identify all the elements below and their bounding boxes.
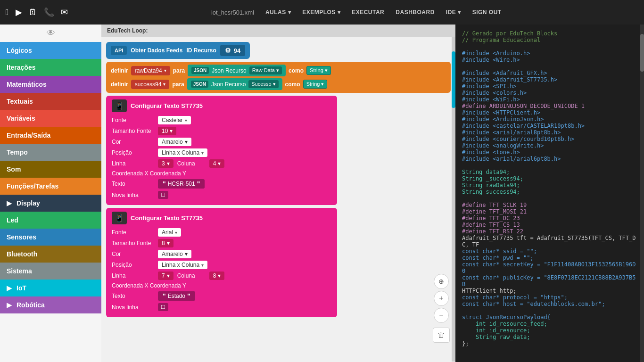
- block-container: API Obter Dados Feeds ID Recurso ⚙ 94 de…: [101, 37, 455, 325]
- config-cor-row-2: Cor Amarelo ▾: [112, 250, 331, 258]
- sidebar-item-funestarefas[interactable]: Funções/Tarefas: [0, 178, 101, 195]
- sidebar-item-matemticos[interactable]: Matemáticos: [0, 76, 101, 93]
- linha-value-1: 3: [162, 160, 165, 167]
- trash-button[interactable]: 🗑: [433, 328, 450, 343]
- whatsapp-icon[interactable]: 📞: [44, 7, 54, 17]
- json-block-2: JSON Json Recurso Sucesso ▾: [187, 78, 282, 90]
- define-dropdown-2[interactable]: ▾: [163, 82, 165, 87]
- config-posicao-row-1: Posição Linha x Coluna ▾: [112, 148, 331, 157]
- posicao-label-2: Posição: [112, 262, 154, 268]
- blockly-header-label: EduTech Loop:: [107, 27, 148, 34]
- define-dropdown-1[interactable]: ▾: [164, 68, 166, 73]
- blockly-scrollbar-thumb[interactable]: [452, 51, 455, 108]
- cor-select-2[interactable]: Amarelo ▾: [158, 250, 191, 258]
- sidebar-item-sistema[interactable]: Sistema: [0, 263, 101, 280]
- cor-label-2: Cor: [112, 251, 154, 257]
- define-var-name-2: success94: [135, 81, 162, 88]
- email-icon[interactable]: ✉: [61, 7, 68, 17]
- sidebar-item-led[interactable]: Led: [0, 212, 101, 229]
- zoom-in-button[interactable]: +: [434, 291, 449, 306]
- open-quote-2: ": [163, 292, 166, 300]
- define-var-1[interactable]: rawData94 ▾: [131, 66, 170, 75]
- fonte-select-2[interactable]: Arial ▾: [158, 228, 181, 237]
- nav-center: iot_hcsr501.xml AULAS EXEMPLOS EXECUTAR …: [74, 9, 638, 16]
- sidebar-item-tempo[interactable]: Tempo: [0, 144, 101, 161]
- posicao-label-1: Posição: [112, 149, 154, 156]
- linha-value-2: 7: [162, 272, 165, 279]
- linha-dd-1: ▾: [167, 160, 170, 167]
- coluna-label-2: Coluna: [177, 272, 206, 279]
- open-quote-1: ": [163, 180, 166, 188]
- linha-select-2[interactable]: 7 ▾: [158, 272, 173, 280]
- linha-select-1[interactable]: 3 ▾: [158, 159, 173, 168]
- nav-signout[interactable]: SIGN OUT: [472, 9, 502, 16]
- string-select-2[interactable]: String ▾: [303, 80, 328, 89]
- sidebar-item-display[interactable]: ▶Display: [0, 195, 101, 212]
- coluna-select-1[interactable]: 4 ▾: [209, 159, 225, 168]
- sidebar-item-sensores[interactable]: Sensores: [0, 229, 101, 246]
- config-linha-row-1: Linha 3 ▾ Coluna 4 ▾: [112, 159, 331, 168]
- nav-aulas[interactable]: AULAS: [265, 9, 291, 16]
- fetch-block[interactable]: API Obter Dados Feeds ID Recurso ⚙ 94: [106, 42, 250, 59]
- youtube-icon[interactable]: ▶: [16, 7, 22, 17]
- github-icon[interactable]: : [6, 8, 9, 17]
- coord-label-1: Coordenada X Coordenada Y: [112, 170, 197, 177]
- tamanho-select-1[interactable]: 10 ▾: [158, 127, 176, 135]
- texto-value-2[interactable]: " Estado ": [158, 291, 195, 301]
- zoom-out-button[interactable]: −: [434, 308, 449, 323]
- config-coord-row-2: Coordenada X Coordenada Y: [112, 282, 331, 289]
- config-texto-row-1: Texto " HCSR-501 ": [112, 179, 331, 189]
- nav-exemplos[interactable]: EXEMPLOS: [302, 9, 340, 16]
- sidebar-item-iot[interactable]: ▶IoT: [0, 280, 101, 296]
- definir-label-2: definir: [111, 81, 128, 88]
- cor-dd-1: ▾: [185, 139, 188, 145]
- blockly-scrollbar[interactable]: [452, 37, 455, 362]
- sidebar-item-bluetooth[interactable]: Bluetooth: [0, 246, 101, 263]
- sidebar-item-iteraes[interactable]: Iterações: [0, 59, 101, 76]
- json-icon-2: JSON: [191, 81, 208, 88]
- nova-checkbox-1[interactable]: ☐: [158, 191, 168, 199]
- json-icon-1: JSON: [191, 67, 209, 74]
- nav-executar[interactable]: EXECUTAR: [352, 9, 384, 16]
- nav-dashboard[interactable]: DASHBOARD: [396, 9, 435, 16]
- main-layout: 👁 LógicosIteraçõesMatemáticosTextuaisVar…: [0, 25, 644, 362]
- sidebar-item-robtica[interactable]: ▶Robótica: [0, 296, 101, 313]
- code-scrollbar[interactable]: [640, 25, 644, 362]
- json-select-2[interactable]: Sucesso ▾: [248, 80, 278, 88]
- nova-checkbox-2[interactable]: ☐: [158, 303, 168, 311]
- coluna-select-2[interactable]: 8 ▾: [209, 272, 225, 280]
- tamanho-value-1: 10: [162, 128, 168, 134]
- posicao-select-1[interactable]: Linha x Coluna ▾: [158, 148, 207, 157]
- texto-value-1[interactable]: " HCSR-501 ": [158, 179, 205, 189]
- config-cor-row-1: Cor Amarelo ▾: [112, 138, 331, 146]
- json-select-1[interactable]: Raw Data ▾: [249, 66, 282, 74]
- code-output: // Gerado por EduTech Blocks // Programa…: [455, 25, 644, 353]
- blockly-header: EduTech Loop:: [101, 25, 455, 37]
- sidebar-item-textuais[interactable]: Textuais: [0, 93, 101, 110]
- sidebar-top-icon[interactable]: 👁: [0, 25, 101, 42]
- close-quote-2: ": [187, 292, 190, 300]
- config-fonte-row-2: Fonte Arial ▾: [112, 228, 331, 237]
- facebook-icon[interactable]: 🗓: [29, 8, 37, 17]
- code-scrollbar-thumb[interactable]: [640, 34, 644, 72]
- sidebar-item-variveis[interactable]: Variáveis: [0, 110, 101, 127]
- blockly-canvas[interactable]: API Obter Dados Feeds ID Recurso ⚙ 94 de…: [101, 37, 455, 362]
- coluna-value-2: 8: [213, 272, 216, 279]
- sidebar-item-entradasada[interactable]: Entrada/Saída: [0, 127, 101, 144]
- define-row-1: definir rawData94 ▾ para JSON Json Recur…: [111, 65, 446, 76]
- fonte-select-1[interactable]: Castelar ▾: [158, 116, 191, 124]
- posicao-select-2[interactable]: Linha x Coluna ▾: [158, 261, 207, 269]
- fonte-value-1: Castelar: [162, 117, 183, 123]
- nav-ide[interactable]: IDE: [446, 9, 461, 16]
- define-var-2[interactable]: success94 ▾: [131, 80, 170, 89]
- sidebar-item-som[interactable]: Som: [0, 161, 101, 178]
- string-select-1[interactable]: String ▾: [306, 66, 331, 75]
- fetch-section: API Obter Dados Feeds ID Recurso ⚙ 94: [106, 42, 451, 59]
- fonte-label-1: Fonte: [112, 117, 154, 123]
- zoom-target-button[interactable]: ⊕: [434, 274, 449, 289]
- sidebar-item-lgicos[interactable]: Lógicos: [0, 42, 101, 59]
- para-label-2: para: [172, 81, 184, 88]
- cor-select-1[interactable]: Amarelo ▾: [158, 138, 191, 146]
- tamanho-select-2[interactable]: 8 ▾: [158, 239, 173, 247]
- fetch-label: Obter Dados Feeds: [131, 47, 182, 54]
